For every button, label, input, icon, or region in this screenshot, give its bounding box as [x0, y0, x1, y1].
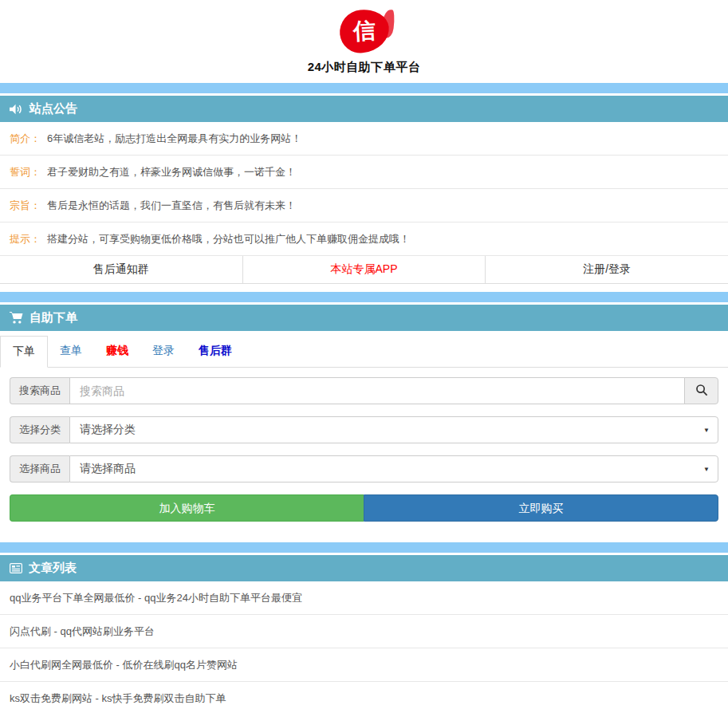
- notice-row-tip: 提示： 搭建分站，可享受购物更低价格哦，分站也可以推广他人下单赚取佣金提成哦！: [0, 223, 728, 256]
- category-row: 选择分类 请选择分类 ▼: [10, 416, 718, 443]
- site-header: 信 24小时自助下单平台: [0, 0, 728, 83]
- tab-login[interactable]: 登录: [140, 336, 187, 368]
- seal-stamp-icon: 信: [337, 7, 391, 55]
- notice-text: 售后是永恒的话题，我们一直坚信，有售后就有未来！: [47, 199, 296, 212]
- quick-links-row: 售后通知群 本站专属APP 注册/登录: [0, 256, 728, 284]
- register-login-link[interactable]: 注册/登录: [485, 256, 728, 283]
- aftersale-group-link[interactable]: 售后通知群: [0, 256, 242, 283]
- order-panel-title: 自助下单: [30, 310, 77, 325]
- notice-row-intro: 简介： 6年诚信老站，励志打造出全网最具有实力的业务网站！: [0, 122, 728, 156]
- add-to-cart-button[interactable]: 加入购物车: [10, 494, 364, 522]
- site-title: 24小时自助下单平台: [0, 60, 728, 75]
- notice-text: 君子爱财助之有道，梓豪业务网诚信做事，一诺千金！: [47, 165, 296, 179]
- announcement-panel-header: 站点公告: [0, 96, 728, 122]
- article-link[interactable]: qq业务平台下单全网最低价 - qq业务24小时自助下单平台最便宜: [0, 581, 728, 615]
- order-tabs: 下单 查单 赚钱 登录 售后群: [0, 336, 728, 368]
- product-label: 选择商品: [10, 455, 69, 483]
- spacer: [0, 534, 728, 542]
- tab-aftersale-group[interactable]: 售后群: [187, 336, 244, 368]
- article-link[interactable]: 闪点代刷 - qq代网站刷业务平台: [0, 615, 728, 648]
- notice-row-purpose: 宗旨： 售后是永恒的话题，我们一直坚信，有售后就有未来！: [0, 189, 728, 223]
- search-input[interactable]: [69, 377, 685, 404]
- articles-panel: 文章列表 qq业务平台下单全网最低价 - qq业务24小时自助下单平台最便宜 闪…: [0, 555, 728, 709]
- buy-now-button[interactable]: 立即购买: [364, 494, 718, 522]
- order-panel-header: 自助下单: [0, 305, 728, 331]
- notice-text: 6年诚信老站，励志打造出全网最具有实力的业务网站！: [47, 132, 301, 145]
- action-buttons-row: 加入购物车 立即购买: [10, 494, 718, 522]
- site-logo: 信: [340, 10, 389, 53]
- notice-label: 提示：: [10, 232, 41, 246]
- search-label: 搜索商品: [10, 377, 69, 404]
- announcement-panel: 站点公告 简介： 6年诚信老站，励志打造出全网最具有实力的业务网站！ 誓词： 君…: [0, 96, 728, 284]
- accent-bar-order: [0, 292, 728, 302]
- accent-bar-top: [0, 83, 728, 93]
- articles-panel-header: 文章列表: [0, 555, 728, 581]
- site-app-link[interactable]: 本站专属APP: [242, 256, 486, 283]
- product-select-value: 请选择商品: [80, 462, 136, 476]
- category-label: 选择分类: [10, 416, 69, 443]
- tab-earn-money[interactable]: 赚钱: [94, 336, 140, 368]
- search-icon: [695, 384, 708, 399]
- category-select-value: 请选择分类: [80, 423, 136, 437]
- news-icon: [10, 563, 22, 573]
- accent-bar-articles: [0, 542, 728, 553]
- order-panel: 自助下单 下单 查单 赚钱 登录 售后群 搜索商品 选择分类 请选择分类: [0, 305, 728, 534]
- product-select[interactable]: 请选择商品 ▼: [69, 455, 718, 483]
- caret-down-icon: ▼: [703, 427, 710, 434]
- notice-label: 宗旨：: [10, 199, 41, 212]
- cart-icon: [10, 312, 23, 324]
- logo-character: 信: [352, 15, 376, 46]
- articles-panel-title: 文章列表: [29, 561, 77, 576]
- notice-label: 誓词：: [10, 165, 41, 179]
- spacer: [0, 284, 728, 292]
- speaker-icon: [10, 104, 23, 115]
- notice-label: 简介：: [10, 132, 41, 145]
- notice-text: 搭建分站，可享受购物更低价格哦，分站也可以推广他人下单赚取佣金提成哦！: [47, 232, 410, 246]
- product-row: 选择商品 请选择商品 ▼: [10, 455, 718, 483]
- article-link[interactable]: 小白代刷网全网最低价 - 低价在线刷qq名片赞网站: [0, 648, 728, 682]
- caret-down-icon: ▼: [703, 466, 710, 473]
- tab-place-order[interactable]: 下单: [0, 336, 48, 368]
- search-row: 搜索商品: [10, 377, 718, 404]
- tab-check-order[interactable]: 查单: [48, 336, 94, 368]
- category-select[interactable]: 请选择分类 ▼: [69, 416, 718, 443]
- order-form: 搜索商品 选择分类 请选择分类 ▼ 选择商品 请选择商品: [0, 368, 728, 534]
- notice-row-oath: 誓词： 君子爱财助之有道，梓豪业务网诚信做事，一诺千金！: [0, 156, 728, 189]
- article-link[interactable]: ks双击免费刷网站 - ks快手免费刷双击自助下单: [0, 682, 728, 709]
- announcement-panel-title: 站点公告: [30, 101, 77, 116]
- search-button[interactable]: [684, 377, 718, 404]
